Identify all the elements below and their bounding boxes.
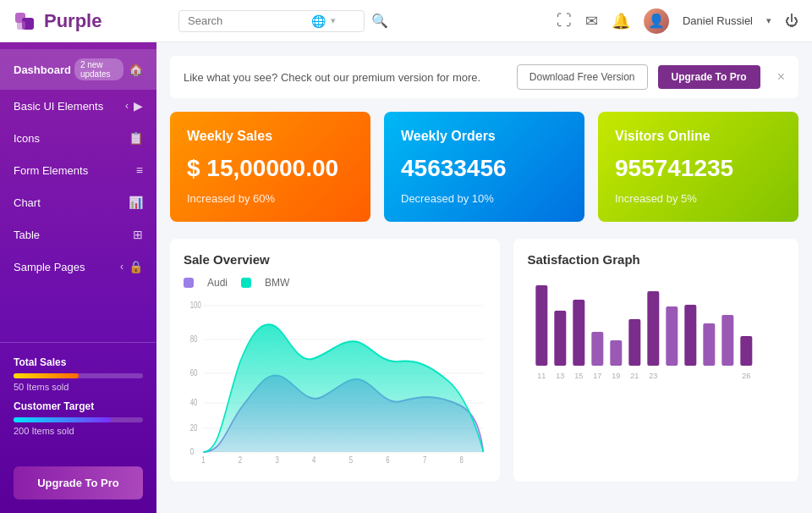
weekly-sales-card: Weekly Sales $ 15,00000.00 Increased by … bbox=[170, 112, 370, 222]
sidebar-label-form-elements: Form Elements bbox=[14, 164, 131, 177]
svg-rect-24 bbox=[555, 311, 567, 366]
svg-text:19: 19 bbox=[612, 372, 621, 380]
visitors-value: 955741235 bbox=[615, 155, 782, 182]
search-area: 🌐 ▾ 🔍 bbox=[178, 10, 548, 32]
user-name[interactable]: Daniel Russiel bbox=[683, 14, 753, 27]
total-sales-sub: 50 Items sold bbox=[14, 382, 143, 392]
legend-bmw-dot bbox=[241, 278, 251, 288]
sidebar-label-icons: Icons bbox=[14, 132, 123, 145]
svg-text:0: 0 bbox=[190, 447, 194, 456]
svg-text:2: 2 bbox=[239, 455, 242, 465]
chart-legend: Audi BMW bbox=[184, 277, 486, 289]
upgrade-button[interactable]: Upgrade To Pro bbox=[14, 466, 143, 499]
svg-text:15: 15 bbox=[575, 372, 584, 380]
svg-text:26: 26 bbox=[743, 372, 751, 380]
svg-text:60: 60 bbox=[190, 368, 198, 378]
expand-icon[interactable]: ⛶ bbox=[557, 12, 572, 30]
stats-row: Weekly Sales $ 15,00000.00 Increased by … bbox=[170, 112, 798, 222]
weekly-sales-sub: Increased by 60% bbox=[187, 192, 354, 205]
sidebar-item-sample-pages[interactable]: Sample Pages ‹ 🔒 bbox=[0, 251, 156, 283]
satisfaction-graph-title: Satisfaction Graph bbox=[527, 252, 785, 267]
svg-rect-31 bbox=[685, 305, 697, 366]
svg-rect-28 bbox=[629, 319, 641, 366]
customer-target-bar bbox=[14, 417, 111, 422]
search-icon[interactable]: 🔍 bbox=[371, 13, 388, 29]
svg-rect-34 bbox=[741, 336, 753, 366]
svg-rect-23 bbox=[536, 285, 548, 366]
svg-rect-33 bbox=[722, 315, 734, 366]
weekly-orders-title: Weekly Orders bbox=[401, 129, 568, 144]
sidebar-item-basic-ui[interactable]: Basic UI Elements ‹ ▶ bbox=[0, 90, 156, 122]
svg-rect-26 bbox=[592, 332, 604, 366]
total-sales-bar-bg bbox=[14, 373, 143, 378]
banner-text: Like what you see? Check out our premium… bbox=[184, 71, 507, 84]
weekly-orders-sub: Decreased by 10% bbox=[401, 192, 568, 205]
svg-text:11: 11 bbox=[538, 372, 546, 380]
satisfaction-chart: 11 13 15 17 19 21 23 26 bbox=[527, 277, 785, 455]
brand-name: Purple bbox=[44, 10, 102, 32]
weekly-orders-card: Weekly Orders 45633456 Decreased by 10% bbox=[384, 112, 584, 222]
clipboard-icon: 📋 bbox=[129, 131, 143, 145]
sidebar-item-chart[interactable]: Chart 📊 bbox=[0, 186, 156, 218]
customer-target-title: Customer Target bbox=[14, 400, 143, 412]
download-free-button[interactable]: Download Free Version bbox=[517, 64, 648, 90]
brand: Purple bbox=[14, 9, 170, 33]
sidebar-item-form-elements[interactable]: Form Elements ≡ bbox=[0, 154, 156, 186]
brand-icon bbox=[14, 9, 37, 33]
legend-bmw-label: BMW bbox=[265, 277, 289, 289]
svg-text:20: 20 bbox=[190, 423, 198, 433]
customer-target-sub: 200 Items sold bbox=[14, 426, 143, 436]
menu-icon: ≡ bbox=[136, 163, 143, 177]
content: Like what you see? Check out our premium… bbox=[156, 42, 812, 513]
svg-rect-25 bbox=[573, 300, 585, 366]
sale-overview-panel: Sale Overview Audi BMW 100 80 60 40 20 0 bbox=[170, 239, 500, 482]
svg-rect-30 bbox=[667, 306, 678, 366]
sidebar-item-table[interactable]: Table ⊞ bbox=[0, 218, 156, 251]
svg-text:21: 21 bbox=[631, 372, 639, 380]
power-icon[interactable]: ⏻ bbox=[785, 14, 798, 29]
weekly-orders-value: 45633456 bbox=[401, 155, 568, 182]
svg-rect-32 bbox=[704, 323, 716, 366]
svg-rect-29 bbox=[648, 291, 660, 366]
svg-rect-27 bbox=[611, 340, 623, 366]
arrow-right-icon: ▶ bbox=[134, 99, 143, 113]
main-layout: Dashboard 2 new updates 🏠 Basic UI Eleme… bbox=[0, 42, 812, 513]
chart-icon: 📊 bbox=[129, 196, 143, 209]
banner-close-icon[interactable]: × bbox=[777, 69, 785, 85]
search-input[interactable] bbox=[188, 14, 306, 27]
svg-text:23: 23 bbox=[650, 372, 658, 380]
lock-icon: 🔒 bbox=[129, 260, 143, 273]
visitors-card: Visitors Online 955741235 Increased by 5… bbox=[598, 112, 798, 222]
bell-icon[interactable]: 🔔 bbox=[612, 12, 630, 30]
chevron-left-icon: ‹ bbox=[125, 100, 129, 112]
svg-text:17: 17 bbox=[594, 372, 602, 380]
weekly-sales-value: $ 15,00000.00 bbox=[187, 155, 354, 182]
sidebar-item-icons[interactable]: Icons 📋 bbox=[0, 122, 156, 154]
table-icon: ⊞ bbox=[133, 228, 143, 241]
sidebar-menu: Dashboard 2 new updates 🏠 Basic UI Eleme… bbox=[0, 42, 156, 339]
svg-text:13: 13 bbox=[557, 372, 565, 380]
sidebar-label-basic-ui: Basic UI Elements bbox=[14, 100, 125, 113]
sidebar-label-chart: Chart bbox=[14, 196, 123, 209]
svg-text:5: 5 bbox=[349, 455, 353, 465]
topbar-right: ⛶ ✉ 🔔 👤 Daniel Russiel ▾ ⏻ bbox=[557, 8, 798, 34]
sidebar-label-dashboard: Dashboard bbox=[14, 63, 71, 76]
sidebar-item-dashboard[interactable]: Dashboard 2 new updates 🏠 bbox=[0, 49, 156, 90]
chevron-left-2-icon: ‹ bbox=[120, 261, 123, 273]
user-chevron-icon: ▾ bbox=[766, 15, 771, 26]
visitors-title: Visitors Online bbox=[615, 129, 782, 144]
avatar[interactable]: 👤 bbox=[644, 8, 669, 34]
svg-text:7: 7 bbox=[423, 455, 426, 465]
banner-upgrade-button[interactable]: Upgrade To Pro bbox=[658, 65, 760, 89]
svg-text:100: 100 bbox=[190, 301, 201, 310]
sidebar-label-table: Table bbox=[14, 229, 128, 241]
mail-icon[interactable]: ✉ bbox=[585, 12, 598, 30]
sidebar-label-sample-pages: Sample Pages bbox=[14, 261, 120, 273]
sidebar: Dashboard 2 new updates 🏠 Basic UI Eleme… bbox=[0, 42, 156, 513]
total-sales-bar bbox=[14, 373, 79, 378]
svg-rect-2 bbox=[17, 21, 25, 30]
total-sales-title: Total Sales bbox=[14, 356, 143, 368]
svg-text:3: 3 bbox=[275, 455, 278, 465]
weekly-sales-title: Weekly Sales bbox=[187, 129, 354, 144]
search-box[interactable]: 🌐 ▾ bbox=[178, 10, 365, 32]
